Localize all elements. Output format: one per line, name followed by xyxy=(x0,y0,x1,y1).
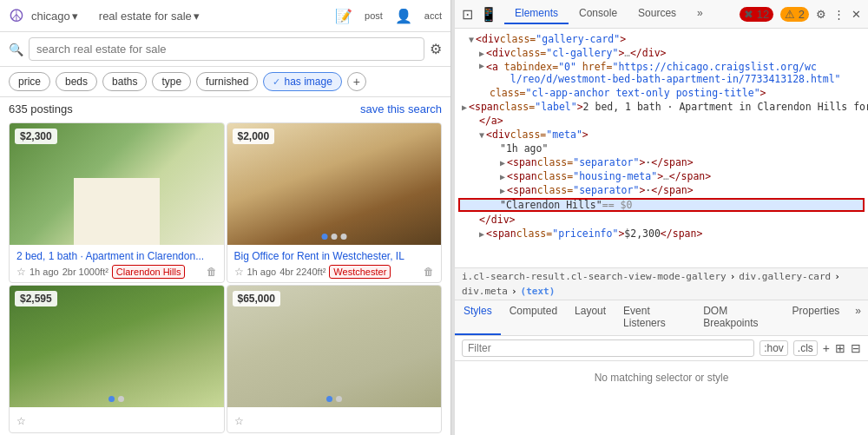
dom-line[interactable]: ▼ <div class="meta"> xyxy=(455,128,868,142)
tab-more[interactable]: » xyxy=(687,3,713,24)
tab-console[interactable]: Console xyxy=(569,3,628,24)
bc-separator: › xyxy=(834,271,840,282)
favorite-icon[interactable]: ☆ xyxy=(16,415,26,427)
dom-line[interactable]: </a> xyxy=(455,114,868,128)
tab-elements[interactable]: Elements xyxy=(504,3,569,24)
dom-line[interactable]: ▶ <span class="separator"> · </span> xyxy=(455,183,868,197)
devtools-panel: ⊡ 📱 Elements Console Sources » ✖ 12 ⚠ 2 … xyxy=(455,0,868,435)
devtools-inspect-icon[interactable]: ⊡ xyxy=(462,6,473,23)
chip-type[interactable]: type xyxy=(152,72,191,91)
chip-baths[interactable]: baths xyxy=(102,72,147,91)
dom-line[interactable]: ▶ <span class="separator"> · </span> xyxy=(455,155,868,169)
dom-line[interactable]: ▶ <span class="priceinfo"> $2,300 </span… xyxy=(455,227,868,241)
craigslist-logo-icon[interactable]: ☮ xyxy=(9,5,24,26)
dot xyxy=(118,396,124,402)
dot xyxy=(118,234,124,240)
settings-icon[interactable]: ⚙ xyxy=(816,8,826,21)
style-options-icon[interactable]: ⊞ xyxy=(835,341,845,355)
breadcrumb-item[interactable]: div.meta xyxy=(462,286,508,297)
dom-line[interactable]: </div> xyxy=(455,213,868,227)
dom-line[interactable]: ▶ <span class="housing-meta"> … </span> xyxy=(455,169,868,183)
favorite-icon[interactable]: ☆ xyxy=(234,266,244,278)
styles-filter-input[interactable] xyxy=(462,339,754,357)
category-text: real estate for sale xyxy=(99,10,192,23)
style-more-icon[interactable]: ⊟ xyxy=(851,341,861,355)
tab-dom-breakpoints[interactable]: DOM Breakpoints xyxy=(694,300,783,335)
delete-icon[interactable]: 🗑 xyxy=(207,266,217,278)
tag-name: <div xyxy=(486,47,510,59)
dom-line[interactable]: class="cl-app-anchor text-only posting-t… xyxy=(455,86,868,100)
breadcrumb-item[interactable]: i.cl-search-result.cl-search-view-mode-g… xyxy=(462,271,727,282)
dom-line-selected[interactable]: "Clarendon Hills" == $0 xyxy=(458,198,865,212)
dom-line[interactable]: ▶ <div class="cl-gallery"> … </div> xyxy=(455,46,868,60)
account-label: acct xyxy=(424,10,442,21)
save-search-link[interactable]: save this search xyxy=(360,102,442,115)
expand-icon[interactable]: ▶ xyxy=(479,49,484,58)
tab-layout[interactable]: Layout xyxy=(566,300,615,335)
listing-card[interactable]: $65,000 ☆ xyxy=(227,285,443,433)
account-icon[interactable]: 👤 xyxy=(395,8,412,24)
devtools-device-icon[interactable]: 📱 xyxy=(480,6,497,23)
post-icon[interactable]: 📝 xyxy=(335,8,352,24)
expand-icon[interactable]: ▼ xyxy=(469,35,474,44)
chip-has-image[interactable]: ✓ has image xyxy=(263,72,341,91)
add-filter-button[interactable]: + xyxy=(347,72,366,91)
filter-settings-icon[interactable]: ⚙ xyxy=(430,41,442,57)
tab-properties[interactable]: Properties xyxy=(784,300,849,335)
dom-line[interactable]: ▼ <div class="gallery-card"> xyxy=(455,32,868,46)
delete-icon[interactable]: 🗑 xyxy=(424,266,434,278)
expand-icon[interactable]: ▼ xyxy=(479,130,484,140)
category-selector[interactable]: real estate for sale ▾ xyxy=(99,10,200,23)
chip-price[interactable]: price xyxy=(9,72,50,91)
dot xyxy=(99,234,105,240)
expand-icon[interactable]: ▶ xyxy=(479,229,484,239)
tab-sources[interactable]: Sources xyxy=(628,3,687,24)
top-nav: ☮ chicago ▾ real estate for sale ▾ 📝 pos… xyxy=(0,0,450,32)
listing-location-tag[interactable]: Westchester xyxy=(329,265,391,279)
location-selector[interactable]: chicago ▾ xyxy=(31,10,78,23)
chip-beds[interactable]: beds xyxy=(56,72,97,91)
hov-toggle[interactable]: :hov xyxy=(760,340,788,356)
listing-image: $2,300 xyxy=(10,123,224,245)
expand-icon[interactable]: ▶ xyxy=(462,102,467,112)
add-style-icon[interactable]: + xyxy=(823,341,830,355)
listing-price: $2,595 xyxy=(15,291,57,306)
listing-dots xyxy=(99,234,134,240)
tab-event-listeners[interactable]: Event Listeners xyxy=(615,300,694,335)
expand-icon[interactable]: ▶ xyxy=(479,61,484,70)
dom-line[interactable]: "1h ago" xyxy=(455,142,868,155)
listing-info: ☆ xyxy=(227,407,442,432)
listing-size: 2br 1000ft² xyxy=(62,267,108,277)
tab-styles[interactable]: Styles xyxy=(455,300,501,335)
dom-line[interactable]: ▶ <a tabindex="0" href="https://chicago.… xyxy=(455,60,868,86)
listing-card[interactable]: $2,595 ☆ xyxy=(9,285,225,433)
listing-price: $2,300 xyxy=(15,129,57,144)
listing-age: 1h ago xyxy=(30,267,59,277)
listing-meta: ☆ 1h ago 2br 1000ft² Clarendon Hills 🗑 xyxy=(16,265,217,279)
dot xyxy=(108,234,115,240)
listing-card[interactable]: $2,000 Big Office for Rent in Westcheste… xyxy=(227,122,443,283)
close-devtools-icon[interactable]: ✕ xyxy=(852,8,861,21)
listing-location-tag[interactable]: Clarendon Hills xyxy=(112,265,186,279)
expand-icon[interactable]: ▶ xyxy=(500,158,505,168)
expand-icon[interactable]: ▶ xyxy=(500,172,505,181)
cls-toggle[interactable]: .cls xyxy=(793,340,818,356)
favorite-icon[interactable]: ☆ xyxy=(16,266,26,278)
vertical-dots-icon[interactable]: ⋮ xyxy=(833,8,845,21)
location-chevron-icon: ▾ xyxy=(72,10,78,23)
search-input[interactable] xyxy=(29,37,424,61)
category-chevron-icon: ▾ xyxy=(194,10,200,23)
dot xyxy=(336,396,342,402)
tab-computed[interactable]: Computed xyxy=(501,300,566,335)
checkmark-icon: ✓ xyxy=(273,76,280,88)
dot xyxy=(321,234,327,240)
styles-tab-more[interactable]: » xyxy=(848,300,868,335)
expand-icon[interactable]: ▶ xyxy=(500,186,505,195)
favorite-icon[interactable]: ☆ xyxy=(234,415,244,427)
breadcrumb-item[interactable]: div.gallery-card xyxy=(739,271,831,282)
listing-card[interactable]: $2,300 2 bed, 1 bath · Apartment in Clar… xyxy=(9,122,225,283)
no-style-message: No matching selector or style xyxy=(455,361,868,394)
dot xyxy=(340,234,346,240)
chip-furnished[interactable]: furnished xyxy=(196,72,258,91)
dom-line[interactable]: ▶ <span class="label"> 2 bed, 1 bath · A… xyxy=(455,100,868,114)
